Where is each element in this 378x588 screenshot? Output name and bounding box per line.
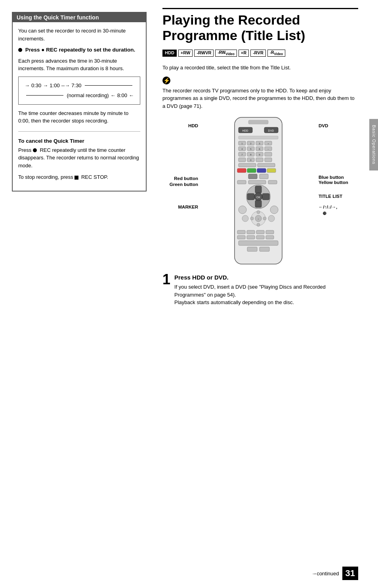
intro-text: You can set the recorder to record in 30… bbox=[18, 27, 140, 42]
dashes: --→ bbox=[61, 81, 70, 90]
svg-rect-70 bbox=[256, 236, 264, 239]
right-column: Playing the Recorded Programme (Title Li… bbox=[155, 0, 378, 588]
svg-rect-48 bbox=[255, 200, 262, 207]
svg-rect-29 bbox=[265, 152, 272, 156]
hdd-label: HDD bbox=[188, 123, 198, 128]
arrow3: ← bbox=[129, 91, 134, 100]
svg-text:+: + bbox=[258, 218, 259, 220]
to-cancel-text: Press REC repeatedly until the time coun… bbox=[18, 146, 140, 170]
svg-rect-38 bbox=[247, 169, 256, 172]
bullet-dot-icon bbox=[18, 48, 22, 52]
sidebar-tab: Basic Operations bbox=[369, 119, 378, 170]
quick-timer-title: Using the Quick Timer function bbox=[13, 13, 146, 22]
marker-label: MARKER bbox=[178, 205, 198, 209]
badge-rw: +RW bbox=[178, 50, 193, 57]
remote-diagram: HDD Red button Green button MARKER HDD D… bbox=[162, 115, 358, 266]
format-badges: HDD +RW -RWVR -RWVideo +R -RVR -RVideo bbox=[162, 50, 358, 58]
svg-point-62 bbox=[242, 215, 248, 222]
badge-hdd: HDD bbox=[162, 50, 177, 57]
svg-point-60 bbox=[250, 217, 254, 220]
svg-rect-35 bbox=[239, 163, 256, 167]
step-title: Press HDD or DVD. bbox=[174, 274, 358, 281]
yellow-button-label: Yellow button bbox=[319, 180, 348, 185]
lightning-icon: ⚡ bbox=[162, 77, 170, 84]
svg-rect-65 bbox=[247, 230, 255, 234]
svg-point-61 bbox=[263, 217, 266, 220]
badge-rwvideo: -RWVideo bbox=[215, 50, 237, 57]
svg-rect-68 bbox=[237, 236, 245, 239]
continued-text: →continued bbox=[311, 571, 339, 577]
timer-val3: 7:30 bbox=[71, 81, 81, 90]
badge-rvr: -RVR bbox=[250, 50, 266, 57]
line-left bbox=[26, 95, 63, 96]
svg-rect-71 bbox=[266, 236, 274, 239]
svg-rect-72 bbox=[239, 241, 278, 245]
title-list-label: TITLE LIST bbox=[319, 194, 342, 199]
step-body: If you select DVD, insert a DVD (see "Pl… bbox=[174, 283, 358, 306]
timer-val2: 1:00 bbox=[50, 81, 59, 90]
svg-point-59 bbox=[257, 223, 260, 226]
line-right bbox=[85, 85, 132, 86]
counter-text: The time counter decreases minute by min… bbox=[18, 109, 140, 125]
bullet-dot2-icon bbox=[33, 148, 37, 152]
page-footer: →continued 31 bbox=[311, 567, 358, 580]
svg-rect-69 bbox=[247, 236, 255, 239]
dvd-label: DVD bbox=[319, 123, 328, 128]
page-title: Playing the Recorded Programme (Title Li… bbox=[162, 8, 358, 43]
svg-rect-30 bbox=[239, 158, 246, 162]
svg-rect-33 bbox=[256, 158, 263, 162]
svg-rect-36 bbox=[258, 163, 275, 167]
nav-arrows-label: ←/↑/↓/→, bbox=[319, 205, 337, 209]
svg-point-58 bbox=[257, 211, 260, 214]
svg-rect-1 bbox=[248, 120, 268, 124]
badge-rwvr: -RWVR bbox=[194, 50, 214, 57]
badge-row-1: HDD +RW -RWVR -RWVideo +R bbox=[162, 50, 249, 57]
svg-rect-41 bbox=[248, 174, 257, 179]
left-column: Using the Quick Timer function You can s… bbox=[0, 0, 155, 588]
svg-rect-64 bbox=[237, 230, 245, 234]
timer-bottom-row: (normal recording) ← 8:00 ← bbox=[25, 91, 134, 100]
svg-point-53 bbox=[239, 206, 246, 214]
enter-label: ⊕ bbox=[323, 211, 326, 216]
page-number: 31 bbox=[342, 567, 358, 580]
badge-r: +R bbox=[239, 50, 249, 57]
svg-text:+: + bbox=[267, 142, 269, 145]
divider bbox=[18, 131, 140, 132]
badge-rvideo: -RVideo bbox=[267, 50, 285, 57]
svg-rect-44 bbox=[248, 180, 266, 184]
svg-rect-49 bbox=[247, 193, 254, 200]
step-number: 1 bbox=[162, 272, 170, 306]
svg-rect-40 bbox=[267, 169, 276, 172]
stop-recording-text: To stop recording, press REC STOP. bbox=[18, 173, 140, 181]
to-cancel-heading: To cancel the Quick Timer bbox=[18, 138, 140, 144]
arrow-right-icon: → bbox=[25, 81, 30, 90]
svg-rect-73 bbox=[247, 247, 257, 251]
green-button-label: Green button bbox=[170, 182, 198, 187]
remote-labels-left: HDD Red button Green button MARKER bbox=[162, 115, 202, 266]
duration-text: Each press advances the time in 30-minut… bbox=[18, 57, 140, 73]
svg-point-54 bbox=[270, 206, 278, 214]
svg-rect-45 bbox=[268, 180, 277, 184]
svg-rect-47 bbox=[255, 186, 262, 193]
svg-rect-39 bbox=[257, 169, 266, 172]
note-block: ⚡ The recorder records TV programmes onl… bbox=[162, 77, 358, 110]
press-rec-heading: Press ● REC repeatedly to set the durati… bbox=[18, 46, 140, 54]
svg-point-63 bbox=[268, 215, 275, 222]
blue-button-label: Blue button bbox=[319, 175, 344, 180]
svg-text:HDD: HDD bbox=[242, 129, 248, 132]
step-1-block: 1 Press HDD or DVD. If you select DVD, i… bbox=[162, 274, 358, 306]
timer-top-row: → 0:30 → 1:00 --→ 7:30 bbox=[25, 81, 134, 90]
remote-svg: HDD DVD 1 2 3 + bbox=[227, 115, 290, 270]
svg-rect-42 bbox=[260, 174, 268, 179]
svg-rect-6 bbox=[239, 136, 278, 139]
timer-val1: 0:30 bbox=[31, 81, 41, 90]
svg-rect-34 bbox=[265, 158, 272, 162]
svg-rect-67 bbox=[266, 230, 274, 234]
svg-text:OK: OK bbox=[256, 196, 260, 199]
timer-diagram: → 0:30 → 1:00 --→ 7:30 (normal recording… bbox=[18, 77, 140, 105]
play-intro-text: To play a recorded title, select the tit… bbox=[162, 64, 358, 72]
svg-rect-66 bbox=[256, 230, 264, 234]
timer-val4: 8:00 bbox=[117, 91, 127, 100]
svg-rect-50 bbox=[262, 193, 269, 200]
remote-svg-wrapper: HDD DVD 1 2 3 + bbox=[202, 115, 315, 270]
